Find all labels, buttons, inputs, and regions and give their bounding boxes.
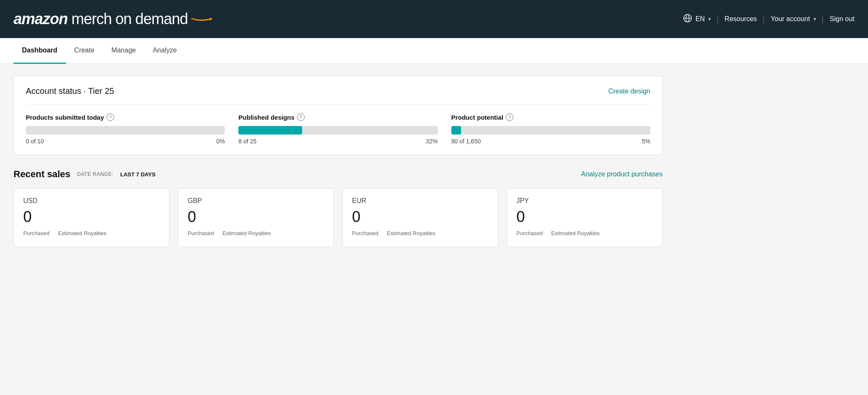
currency-card-eur: EUR 0 Purchased Estimated Royalties <box>342 188 498 247</box>
separator-3: | <box>822 15 824 24</box>
usd-purchased-label: Purchased <box>23 230 49 236</box>
eur-purchased-label: Purchased <box>352 230 378 236</box>
account-status-card: Account status · Tier 25 Create design P… <box>14 76 663 155</box>
main-nav: Dashboard Create Manage Analyze <box>0 38 868 64</box>
account-status-header: Account status · Tier 25 Create design <box>26 86 650 96</box>
currency-cards: USD 0 Purchased Estimated Royalties GBP … <box>14 188 663 247</box>
currency-value-usd: 0 <box>23 208 160 226</box>
your-account-link[interactable]: Your account <box>771 15 810 23</box>
separator-1: | <box>717 15 719 24</box>
currency-code-gbp: GBP <box>188 197 324 205</box>
usd-royalties-label: Estimated Royalties <box>58 230 106 236</box>
currency-subrow-gbp: Purchased Estimated Royalties <box>188 230 324 236</box>
currency-code-jpy: JPY <box>516 197 653 205</box>
gbp-royalties-label: Estimated Royalties <box>222 230 271 236</box>
date-range-label: DATE RANGE: <box>77 171 114 177</box>
metric-published-designs-label: Published designs ? <box>238 113 437 121</box>
sign-out-link[interactable]: Sign out <box>830 15 854 23</box>
products-submitted-percent: 0% <box>216 138 225 145</box>
tab-analyze[interactable]: Analyze <box>144 38 185 64</box>
published-designs-progress-bar <box>238 126 437 134</box>
published-designs-help-icon[interactable]: ? <box>297 113 305 121</box>
product-potential-progress-info: 90 of 1,650 5% <box>451 138 650 145</box>
currency-card-gbp: GBP 0 Purchased Estimated Royalties <box>178 188 334 247</box>
currency-code-usd: USD <box>23 197 160 205</box>
currency-value-jpy: 0 <box>516 208 653 226</box>
logo-text: amazon merch on demand <box>14 10 188 28</box>
product-potential-help-icon[interactable]: ? <box>506 113 513 121</box>
account-status-title: Account status · Tier 25 <box>26 86 114 96</box>
tab-manage[interactable]: Manage <box>103 38 145 64</box>
metric-product-potential: Product potential ? 90 of 1,650 5% <box>451 113 650 145</box>
separator-2: | <box>763 15 765 24</box>
currency-subrow-jpy: Purchased Estimated Royalties <box>516 230 653 236</box>
metric-published-designs: Published designs ? 8 of 25 32% <box>238 113 437 145</box>
metric-product-potential-label: Product potential ? <box>451 113 650 121</box>
currency-value-eur: 0 <box>352 208 489 226</box>
currency-card-jpy: JPY 0 Purchased Estimated Royalties <box>507 188 663 247</box>
language-label[interactable]: EN <box>696 15 705 23</box>
product-potential-progress-fill <box>451 126 461 134</box>
recent-sales-header: Recent sales DATE RANGE: LAST 7 DAYS Ana… <box>14 169 663 180</box>
published-designs-current: 8 of 25 <box>238 138 257 145</box>
jpy-royalties-label: Estimated Royalties <box>551 230 600 236</box>
currency-subrow-eur: Purchased Estimated Royalties <box>352 230 489 236</box>
logo: amazon merch on demand <box>14 10 213 28</box>
currency-value-gbp: 0 <box>188 208 324 226</box>
product-potential-progress-bar <box>451 126 650 134</box>
metric-products-submitted: Products submitted today ? 0 of 10 0% <box>26 113 225 145</box>
language-chevron-icon[interactable]: ▾ <box>708 16 711 22</box>
metric-products-submitted-label: Products submitted today ? <box>26 113 225 121</box>
create-design-link[interactable]: Create design <box>608 88 650 95</box>
currency-card-usd: USD 0 Purchased Estimated Royalties <box>14 188 169 247</box>
amazon-smile-icon <box>190 16 213 21</box>
recent-sales-title: Recent sales <box>14 169 71 180</box>
published-designs-progress-info: 8 of 25 32% <box>238 138 437 145</box>
published-designs-progress-fill <box>238 126 302 134</box>
product-potential-percent: 5% <box>642 138 650 145</box>
header: amazon merch on demand EN ▾ | Resources … <box>0 0 868 38</box>
globe-icon <box>683 14 692 25</box>
header-nav: EN ▾ | Resources | Your account ▾ | Sign… <box>683 14 854 25</box>
metrics-row: Products submitted today ? 0 of 10 0% Pu… <box>26 104 650 145</box>
tab-create[interactable]: Create <box>66 38 103 64</box>
date-range-value: LAST 7 DAYS <box>120 171 156 178</box>
products-submitted-current: 0 of 10 <box>26 138 44 145</box>
products-submitted-progress-info: 0 of 10 0% <box>26 138 225 145</box>
eur-royalties-label: Estimated Royalties <box>387 230 435 236</box>
product-potential-current: 90 of 1,650 <box>451 138 481 145</box>
published-designs-percent: 32% <box>426 138 438 145</box>
svg-marker-0 <box>210 17 213 20</box>
main-content: Account status · Tier 25 Create design P… <box>0 64 676 259</box>
currency-code-eur: EUR <box>352 197 489 205</box>
jpy-purchased-label: Purchased <box>516 230 543 236</box>
resources-link[interactable]: Resources <box>725 15 757 23</box>
products-submitted-progress-bar <box>26 126 225 134</box>
tab-dashboard[interactable]: Dashboard <box>14 38 66 64</box>
analyze-product-purchases-link[interactable]: Analyze product purchases <box>581 170 663 178</box>
recent-sales-section: Recent sales DATE RANGE: LAST 7 DAYS Ana… <box>14 169 663 247</box>
currency-subrow-usd: Purchased Estimated Royalties <box>23 230 160 236</box>
your-account-chevron-icon[interactable]: ▾ <box>813 16 816 22</box>
products-submitted-help-icon[interactable]: ? <box>106 113 114 121</box>
recent-sales-left: Recent sales DATE RANGE: LAST 7 DAYS <box>14 169 156 180</box>
gbp-purchased-label: Purchased <box>188 230 214 236</box>
